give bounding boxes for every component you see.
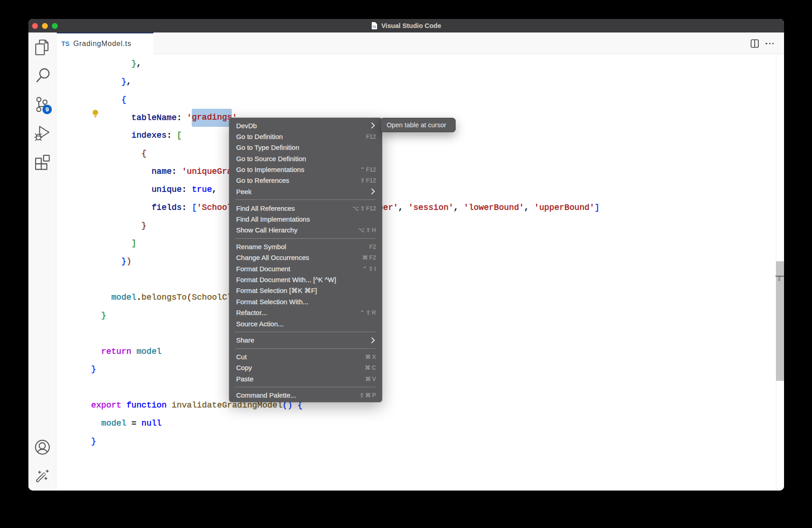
svg-text:TS: TS	[372, 25, 376, 28]
